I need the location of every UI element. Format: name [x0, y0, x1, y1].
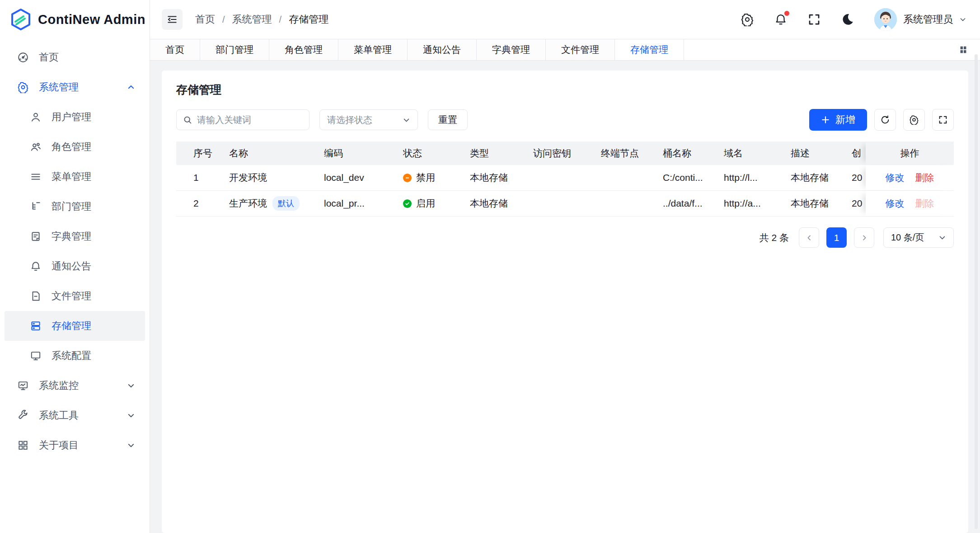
table-fullscreen-button[interactable] — [932, 109, 954, 131]
sidebar-item-file-management[interactable]: 文件管理 — [5, 281, 145, 311]
tab-label: 文件管理 — [561, 43, 599, 56]
tab-notice[interactable]: 通知公告 — [408, 39, 477, 60]
status-label: 启用 — [416, 197, 435, 210]
cell-bucket: C:/conti... — [656, 172, 717, 183]
tab-menu[interactable]: 菜单管理 — [338, 39, 408, 60]
page-scrollbar[interactable] — [975, 54, 978, 529]
topbar: 首页 / 系统管理 / 存储管理 — [150, 0, 980, 39]
status-disabled-icon — [403, 174, 412, 182]
sidebar-item-about[interactable]: 关于项目 — [5, 430, 145, 460]
tab-home[interactable]: 首页 — [150, 39, 200, 60]
storage-icon — [30, 320, 42, 332]
tab-role[interactable]: 角色管理 — [269, 39, 338, 60]
search-icon — [183, 115, 192, 125]
sidebar-item-storage-management[interactable]: 存储管理 — [5, 311, 145, 341]
sidebar-item-menu-management[interactable]: 菜单管理 — [5, 162, 145, 192]
grid-icon — [958, 45, 968, 55]
wrench-icon — [17, 410, 29, 421]
notifications-button[interactable] — [774, 13, 788, 26]
tab-dept[interactable]: 部门管理 — [200, 39, 269, 60]
tab-dict[interactable]: 字典管理 — [477, 39, 546, 60]
table-header-row: 序号 名称 编码 状态 类型 访问密钥 终端节点 桶名称 域名 描述 创 操作 — [176, 142, 954, 165]
cell-status: 禁用 — [396, 171, 463, 184]
menu-fold-icon — [166, 14, 178, 25]
sidebar-item-user-management[interactable]: 用户管理 — [5, 102, 145, 132]
sidebar-item-role-management[interactable]: 角色管理 — [5, 132, 145, 162]
collapse-sidebar-button[interactable] — [162, 9, 183, 30]
avatar — [874, 8, 897, 31]
plus-icon — [821, 115, 830, 124]
status-enabled-icon — [403, 199, 412, 208]
chevron-down-icon — [959, 16, 966, 23]
col-header-bucket: 桶名称 — [656, 147, 717, 160]
sidebar-item-label: 系统管理 — [39, 80, 79, 94]
status-select-placeholder: 请选择状态 — [327, 114, 372, 126]
tab-strip: 首页 部门管理 角色管理 菜单管理 通知公告 字典管理 文件管理 存储管理 — [150, 39, 980, 61]
monitor-chart-icon — [17, 380, 29, 391]
sidebar-item-label: 系统监控 — [39, 379, 79, 392]
users-icon — [30, 141, 42, 153]
page-size-select[interactable]: 10 条/页 — [883, 227, 954, 248]
refresh-button[interactable] — [874, 109, 896, 131]
sidebar-item-system-tools[interactable]: 系统工具 — [5, 401, 145, 430]
sidebar-item-label: 角色管理 — [52, 140, 91, 154]
sidebar-item-label: 系统配置 — [52, 349, 91, 363]
cell-type: 本地存储 — [463, 197, 526, 210]
col-header-status: 状态 — [396, 147, 463, 160]
sidebar-item-system-monitor[interactable]: 系统监控 — [5, 371, 145, 401]
file-icon — [30, 290, 42, 302]
gear-icon — [909, 115, 919, 125]
col-header-endpoint: 终端节点 — [594, 147, 656, 160]
breadcrumb-separator: / — [279, 14, 282, 25]
pagination-total: 共 2 条 — [760, 231, 789, 244]
fullscreen-icon — [807, 13, 821, 26]
delete-link[interactable]: 删除 — [915, 171, 934, 184]
gear-icon — [17, 81, 29, 93]
fullscreen-button[interactable] — [807, 13, 821, 26]
sidebar-item-label: 部门管理 — [52, 200, 91, 213]
storage-name: 开发环境 — [229, 172, 267, 183]
prev-page-button[interactable] — [799, 227, 819, 248]
cell-domain: http://l... — [717, 172, 783, 183]
sidebar-item-system-config[interactable]: 系统配置 — [5, 341, 145, 371]
search-input[interactable] — [197, 115, 303, 125]
sidebar-item-dept-management[interactable]: 部门管理 — [5, 192, 145, 222]
sidebar-item-dict-management[interactable]: 字典管理 — [5, 222, 145, 251]
chevron-left-icon — [806, 234, 813, 241]
sidebar-item-notice[interactable]: 通知公告 — [5, 251, 145, 281]
column-settings-button[interactable] — [903, 109, 925, 131]
bell-icon — [30, 260, 42, 272]
page-1-button[interactable]: 1 — [826, 227, 847, 248]
status-select[interactable]: 请选择状态 — [319, 109, 418, 130]
sidebar-item-label: 关于项目 — [39, 439, 79, 452]
add-button[interactable]: 新增 — [809, 109, 867, 131]
user-menu[interactable]: 系统管理员 — [874, 8, 966, 31]
cell-created: 20 — [844, 172, 866, 183]
breadcrumb-home[interactable]: 首页 — [195, 13, 215, 26]
delete-link-disabled: 删除 — [915, 197, 934, 210]
breadcrumb-system[interactable]: 系统管理 — [232, 13, 272, 26]
reset-button[interactable]: 重置 — [428, 109, 468, 130]
sidebar-item-label: 菜单管理 — [52, 170, 91, 184]
next-page-button[interactable] — [854, 227, 874, 248]
sidebar-item-system-management[interactable]: 系统管理 — [5, 72, 145, 102]
tab-file[interactable]: 文件管理 — [546, 39, 615, 60]
col-header-actions: 操作 — [866, 142, 954, 165]
main-area: 首页 / 系统管理 / 存储管理 — [150, 0, 980, 533]
sidebar-item-home[interactable]: 首页 — [5, 42, 145, 72]
dark-mode-toggle[interactable] — [841, 13, 854, 26]
status-label: 禁用 — [416, 171, 435, 184]
keyword-search[interactable] — [176, 109, 309, 130]
tab-label: 部门管理 — [216, 43, 253, 56]
cell-domain: http://a... — [717, 198, 783, 209]
tab-label: 存储管理 — [630, 43, 668, 56]
app-logo[interactable]: ContiNew Admin — [0, 0, 150, 39]
breadcrumb-separator: / — [222, 14, 225, 25]
edit-link[interactable]: 修改 — [886, 171, 905, 184]
notification-badge — [784, 11, 789, 16]
tab-storage[interactable]: 存储管理 — [615, 39, 684, 60]
chevron-down-icon — [403, 116, 410, 124]
cell-status: 启用 — [396, 197, 463, 210]
edit-link[interactable]: 修改 — [886, 197, 905, 210]
settings-button[interactable] — [741, 13, 754, 26]
